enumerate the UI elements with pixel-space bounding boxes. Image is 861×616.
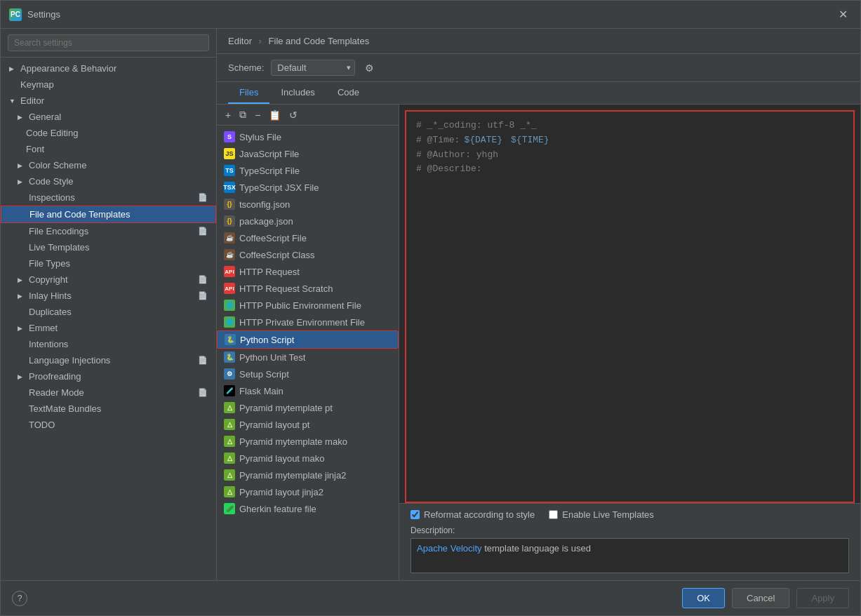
list-item[interactable]: △ Pyramid mytemplate jinja2	[217, 467, 399, 483]
list-item[interactable]: {} tsconfig.json	[217, 196, 399, 213]
badge-icon: 📄	[198, 291, 208, 300]
app-icon: PC	[9, 8, 22, 21]
sidebar-item-inlay-hints[interactable]: ▶ Inlay Hints 📄	[1, 288, 216, 304]
sidebar-item-proofreading[interactable]: ▶ Proofreading	[1, 368, 216, 384]
sidebar-item-textmate[interactable]: TextMate Bundles	[1, 401, 216, 417]
scheme-select-wrapper: Default	[271, 60, 355, 76]
scheme-label: Scheme:	[228, 62, 264, 73]
code-var: ${DATE}	[464, 133, 502, 148]
footer-right: OK Cancel Apply	[682, 588, 849, 608]
close-button[interactable]: ✕	[834, 6, 852, 22]
sidebar-item-label: Live Templates	[29, 242, 89, 253]
scheme-select[interactable]: Default	[271, 60, 355, 76]
sidebar-item-copyright[interactable]: ▶ Copyright 📄	[1, 272, 216, 288]
tab-code[interactable]: Code	[326, 82, 371, 104]
list-item[interactable]: JS JavaScript File	[217, 145, 399, 162]
list-item[interactable]: ☕ CoffeeScript File	[217, 229, 399, 246]
sidebar-item-file-code-templates[interactable]: File and Code Templates	[1, 206, 216, 223]
sidebar-item-label: Code Editing	[26, 128, 78, 138]
arrow-icon	[18, 194, 25, 201]
reformat-checkbox-row[interactable]: Reformat according to style	[411, 509, 535, 520]
sidebar-item-color-scheme[interactable]: ▶ Color Scheme	[1, 157, 216, 173]
arrow-icon: ▶	[18, 114, 25, 121]
sidebar-item-keymap[interactable]: Keymap	[1, 76, 216, 93]
sidebar-item-file-types[interactable]: File Types	[1, 255, 216, 272]
list-item[interactable]: △ Pyramid layout pt	[217, 416, 399, 433]
list-item[interactable]: △ Pyramid layout mako	[217, 450, 399, 467]
sidebar-item-appearance[interactable]: ▶ Appearance & Behavior	[1, 60, 216, 76]
apply-button[interactable]: Apply	[796, 588, 849, 608]
reformat-checkbox[interactable]	[411, 510, 420, 519]
code-editor[interactable]: # _*_coding: utf-8 _*_ # @Time: ${DATE} …	[405, 110, 855, 503]
apache-velocity-link[interactable]: Apache Velocity	[417, 543, 482, 554]
sidebar-item-code-editing[interactable]: Code Editing	[1, 125, 216, 141]
code-text: # @Describe:	[416, 162, 482, 177]
file-item-label: HTTP Request	[239, 267, 300, 277]
file-item-label: CoffeeScript Class	[239, 250, 314, 260]
arrow-icon	[18, 357, 25, 364]
duplicate-button[interactable]: 📋	[266, 108, 283, 122]
live-templates-label: Enable Live Templates	[562, 509, 654, 520]
search-input[interactable]	[8, 34, 209, 51]
add-button[interactable]: +	[222, 108, 234, 122]
list-item[interactable]: 🌐 HTTP Public Environment File	[217, 297, 399, 314]
list-item-python-script[interactable]: 🐍 Python Script	[217, 330, 399, 349]
arrow-icon: ▶	[18, 293, 25, 300]
list-item[interactable]: API HTTP Request	[217, 263, 399, 280]
reset-button[interactable]: ↺	[286, 108, 300, 122]
file-item-label: HTTP Request Scratch	[239, 283, 333, 294]
tab-files[interactable]: Files	[228, 82, 269, 104]
tabs-row: Files Includes Code	[217, 82, 860, 105]
list-item[interactable]: TS TypeScript File	[217, 162, 399, 179]
description-area: Description: Apache Velocity template la…	[399, 525, 860, 580]
list-item[interactable]: 🧪 Flask Main	[217, 382, 399, 399]
list-item[interactable]: △ Pyramid mytemplate mako	[217, 433, 399, 450]
list-item[interactable]: TSX TypeScript JSX File	[217, 179, 399, 196]
list-item[interactable]: {} package.json	[217, 213, 399, 229]
sidebar-item-general[interactable]: ▶ General	[1, 109, 216, 125]
list-item[interactable]: 🐍 Python Unit Test	[217, 349, 399, 366]
live-templates-checkbox-row[interactable]: Enable Live Templates	[549, 509, 654, 520]
sidebar-item-reader-mode[interactable]: Reader Mode 📄	[1, 384, 216, 401]
list-item[interactable]: △ Pyramid layout jinja2	[217, 483, 399, 500]
sidebar-item-intentions[interactable]: Intentions	[1, 336, 216, 352]
list-item[interactable]: 🌐 HTTP Private Environment File	[217, 314, 399, 330]
gear-icon[interactable]: ⚙	[362, 61, 376, 75]
sidebar-item-label: Editor	[20, 95, 44, 106]
main-panel: Editor › File and Code Templates Scheme:…	[217, 29, 860, 580]
list-item[interactable]: API HTTP Request Scratch	[217, 280, 399, 297]
sidebar-item-editor[interactable]: ▼ Editor	[1, 93, 216, 109]
list-item[interactable]: △ Pyramid mytemplate pt	[217, 399, 399, 416]
file-icon-pyramid: △	[224, 469, 235, 481]
sidebar-item-todo[interactable]: TODO	[1, 417, 216, 433]
sidebar-item-code-style[interactable]: ▶ Code Style	[1, 173, 216, 189]
list-item[interactable]: 🥒 Gherkin feature file	[217, 500, 399, 517]
list-item[interactable]: S Stylus File	[217, 128, 399, 145]
file-icon-setup: ⚙	[224, 368, 235, 380]
file-icon-js: JS	[224, 148, 235, 159]
code-text: # @Author: yhgh	[416, 148, 498, 163]
sidebar-item-inspections[interactable]: Inspections 📄	[1, 189, 216, 206]
arrow-icon	[18, 422, 25, 429]
copy-button[interactable]: ⧉	[236, 107, 249, 122]
sidebar-item-label: Appearance & Behavior	[20, 63, 116, 74]
sidebar-item-live-templates[interactable]: Live Templates	[1, 239, 216, 255]
sidebar-item-label: General	[29, 112, 61, 122]
list-item[interactable]: ⚙ Setup Script	[217, 366, 399, 382]
live-templates-checkbox[interactable]	[549, 510, 558, 519]
cancel-button[interactable]: Cancel	[732, 588, 789, 608]
ok-button[interactable]: OK	[682, 588, 725, 608]
list-item[interactable]: ☕ CoffeeScript Class	[217, 246, 399, 263]
file-item-label: HTTP Public Environment File	[239, 300, 361, 311]
help-button[interactable]: ?	[12, 591, 27, 606]
file-icon-http: 🌐	[224, 300, 235, 311]
sidebar-item-duplicates[interactable]: Duplicates	[1, 304, 216, 320]
sidebar-item-file-encodings[interactable]: File Encodings 📄	[1, 223, 216, 239]
file-list-toolbar: + ⧉ − 📋 ↺	[217, 105, 399, 126]
remove-button[interactable]: −	[252, 108, 263, 122]
file-item-label: Setup Script	[239, 369, 289, 380]
sidebar-item-emmet[interactable]: ▶ Emmet	[1, 320, 216, 336]
sidebar-item-font[interactable]: Font	[1, 141, 216, 157]
sidebar-item-language-injections[interactable]: Language Injections 📄	[1, 352, 216, 368]
tab-includes[interactable]: Includes	[269, 82, 326, 104]
